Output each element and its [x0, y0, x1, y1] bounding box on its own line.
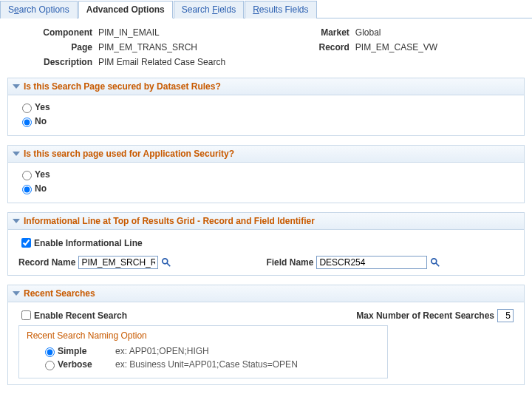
component-value: PIM_IN_EMAIL — [98, 27, 284, 38]
enable-recent-label: Enable Recent Search — [34, 310, 127, 321]
tab-search-fields[interactable]: Search Fields — [174, 1, 244, 18]
tab-label-underline: e — [14, 4, 19, 15]
enable-recent-checkbox[interactable] — [21, 310, 31, 320]
lookup-icon[interactable] — [430, 257, 440, 268]
collapse-icon — [13, 152, 20, 156]
naming-verbose-radio[interactable] — [45, 361, 55, 370]
appsec-yes-label: Yes — [35, 169, 50, 180]
panel-app-security: Is this search page used for Application… — [7, 145, 525, 203]
page-label: Page — [7, 42, 92, 52]
tab-bar: Search Options Advanced Options Search F… — [0, 0, 532, 18]
svg-point-2 — [432, 259, 437, 264]
panel-header-infoline[interactable]: Informational Line at Top of Results Gri… — [8, 213, 524, 230]
record-name-label: Record Name — [18, 257, 75, 268]
panel-title: Is this search page used for Application… — [24, 149, 234, 159]
dataset-no-label: No — [35, 116, 47, 126]
naming-simple-example: ex: APP01;OPEN;HIGH — [115, 346, 380, 356]
tab-label-part: esults Fields — [259, 4, 309, 15]
tab-label-part: S — [8, 4, 14, 15]
dataset-yes-radio[interactable] — [22, 103, 32, 113]
appsec-no-label: No — [35, 183, 47, 194]
svg-line-3 — [436, 263, 439, 266]
naming-simple-label: Simple — [58, 346, 86, 356]
appsec-no-radio[interactable] — [22, 185, 32, 194]
max-recent-input[interactable] — [497, 309, 514, 322]
max-recent-label: Max Number of Recent Searches — [356, 310, 494, 321]
panel-header-dataset[interactable]: Is this Search Page secured by Dataset R… — [8, 78, 524, 95]
record-value: PIM_EM_CASE_VW — [355, 42, 525, 52]
description-value: PIM Email Related Case Search — [98, 57, 525, 67]
dataset-yes-label: Yes — [35, 102, 50, 112]
naming-option-panel: Recent Search Naming Option Simple ex: A… — [18, 325, 388, 378]
tab-advanced-options[interactable]: Advanced Options — [78, 1, 173, 18]
header-info-grid: Component PIM_IN_EMAIL Market Global Pag… — [7, 27, 525, 67]
tab-label-part: ields — [217, 4, 236, 15]
dataset-no-radio[interactable] — [22, 118, 32, 127]
description-label: Description — [7, 57, 92, 67]
panel-header-appsec[interactable]: Is this search page used for Application… — [8, 146, 524, 163]
svg-line-1 — [167, 263, 170, 266]
tab-label-underline: R — [253, 4, 259, 15]
enable-infoline-label: Enable Informational Line — [34, 238, 143, 248]
panel-recent-searches: Recent Searches Enable Recent Search Max… — [7, 285, 525, 385]
panel-title: Informational Line at Top of Results Gri… — [24, 216, 315, 226]
market-label: Market — [290, 27, 349, 38]
field-name-input[interactable] — [316, 256, 427, 269]
collapse-icon — [13, 219, 20, 223]
lookup-icon[interactable] — [161, 257, 171, 268]
field-name-label: Field Name — [266, 257, 313, 268]
tab-label-part: arch Options — [19, 4, 69, 15]
naming-option-title: Recent Search Naming Option — [27, 330, 380, 341]
naming-simple-radio[interactable] — [45, 347, 55, 357]
market-value: Global — [355, 27, 525, 38]
record-name-input[interactable] — [78, 256, 158, 269]
panel-header-recent[interactable]: Recent Searches — [8, 285, 524, 302]
naming-verbose-label: Verbose — [58, 359, 92, 370]
tab-label: Advanced Options — [86, 4, 165, 15]
page-value: PIM_EM_TRANS_SRCH — [98, 42, 284, 52]
component-label: Component — [7, 27, 92, 38]
enable-infoline-checkbox[interactable] — [21, 238, 31, 248]
collapse-icon — [13, 84, 20, 89]
panel-title: Recent Searches — [24, 288, 95, 299]
panel-info-line: Informational Line at Top of Results Gri… — [7, 212, 525, 276]
panel-dataset-rules: Is this Search Page secured by Dataset R… — [7, 78, 525, 136]
svg-point-0 — [163, 259, 168, 264]
tab-label-part: Search — [182, 4, 212, 15]
panel-title: Is this Search Page secured by Dataset R… — [24, 81, 221, 92]
naming-verbose-example: ex: Business Unit=APP01;Case Status=OPEN — [115, 359, 380, 370]
tab-search-options[interactable]: Search Options — [0, 1, 78, 18]
collapse-icon — [13, 291, 20, 296]
record-label: Record — [290, 42, 349, 52]
tab-results-fields[interactable]: Results Fields — [245, 1, 316, 18]
appsec-yes-radio[interactable] — [22, 171, 32, 180]
